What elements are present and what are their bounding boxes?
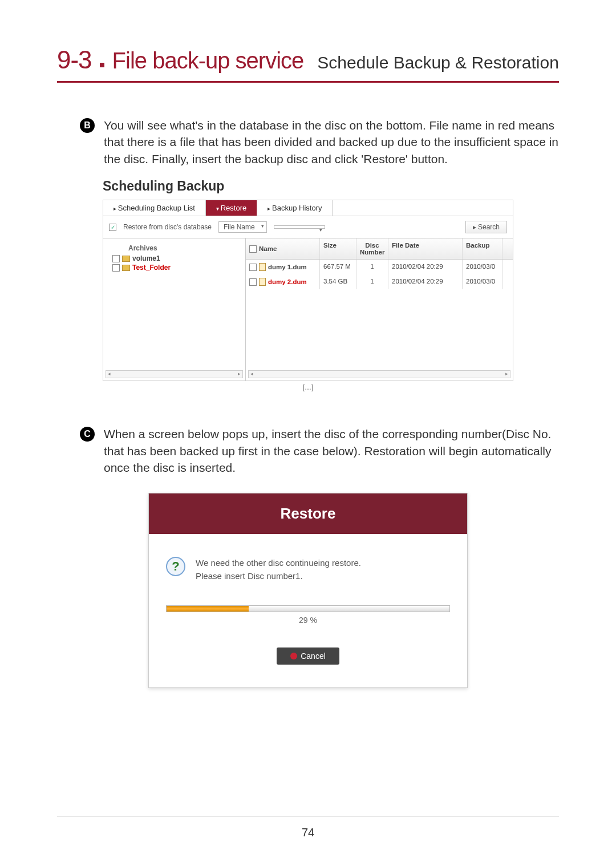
restore-dialog: Restore ? We need the other disc continu… [148,493,468,688]
search-button[interactable]: ▸ Search [465,221,507,233]
bullet-c-text: When a screen below pops up, insert the … [104,426,559,476]
cell-date: 2010/02/04 20:29 [388,274,463,289]
progress-wrap: 29 % [166,605,450,625]
cell-backup: 2010/03/0 [463,260,502,274]
section-number: 9-3 [57,46,92,74]
col-date-header: File Date [388,238,463,259]
cell-size: 3.54 GB [320,274,356,289]
progress-fill [167,606,249,612]
page-title-row: 9-3 File back-up service Schedule Backup… [57,46,559,83]
content-split: Archives volume1 Test_Folder ◂▸ Name Siz… [103,238,513,381]
col-backup-header: Backup [463,238,502,259]
filter-field-select[interactable]: File Name [218,221,267,233]
tree-item-test-folder[interactable]: Test_Folder [112,264,241,272]
tab-scheduling-list-label: Scheduling Backup List [118,204,195,212]
folder-icon [122,256,130,262]
bullet-c: C When a screen below pops up, insert th… [80,426,559,476]
table-header: Name Size Disc Number File Date Backup [246,238,513,260]
filter-row: Restore from disc's database File Name ▸… [103,216,513,238]
tree-pane: Archives volume1 Test_Folder ◂▸ [103,238,246,381]
search-button-label: Search [478,223,500,231]
row-checkbox[interactable] [249,264,257,271]
cancel-button[interactable]: Cancel [277,647,339,665]
restore-db-checkbox[interactable] [109,224,116,231]
table-scrollbar[interactable]: ◂▸ [248,370,510,378]
file-icon [259,263,266,271]
col-name-header: Name [259,245,277,252]
cell-backup: 2010/03/0 [463,274,502,289]
cell-name: dumy 2.dum [268,278,307,285]
restore-msg-line2: Please insert Disc number1. [196,570,361,583]
row-checkbox[interactable] [249,278,257,286]
cell-disc: 1 [356,274,388,289]
bullet-b-text: You will see what's in the database in t… [104,117,559,167]
tree-item-label: Test_Folder [132,264,171,272]
restore-db-label: Restore from disc's database [123,223,212,231]
cell-size: 667.57 M [320,260,356,274]
cell-name: dumy 1.dum [268,264,307,270]
table-row[interactable]: dumy 1.dum 667.57 M 1 2010/02/04 20:29 2… [246,260,513,274]
tab-restore-label: Restore [221,204,247,212]
col-size-header: Size [320,238,356,259]
restore-msg-line1: We need the other disc continueing resto… [196,557,361,570]
title-sub: Schedule Backup & Restoration [317,53,559,72]
page-number: 74 [302,826,314,839]
tree-header: Archives [128,244,241,252]
bullet-b: B You will see what's in the database in… [80,117,559,167]
app-title: Scheduling Backup [103,179,513,194]
section-dot [100,63,104,67]
tree-item-label: volume1 [132,254,160,262]
tab-restore[interactable]: Restore [206,200,257,216]
question-icon: ? [166,557,185,576]
progress-bar [166,605,450,612]
table-pane: Name Size Disc Number File Date Backup d… [246,238,513,381]
pager[interactable]: […] [103,383,513,391]
cell-disc: 1 [356,260,388,274]
title-main: File back-up service [112,48,304,74]
restore-message: We need the other disc continueing resto… [196,557,361,582]
tab-backup-history[interactable]: Backup History [257,200,333,216]
scheduling-backup-screenshot: Scheduling Backup Scheduling Backup List… [103,179,513,391]
tabs-row: Scheduling Backup List Restore Backup Hi… [103,200,513,216]
filter-value-select[interactable] [274,225,325,229]
tree-scrollbar[interactable]: ◂▸ [106,370,243,378]
tree-checkbox[interactable] [112,264,120,272]
select-all-checkbox[interactable] [249,245,257,253]
restore-message-row: ? We need the other disc continueing res… [166,557,450,582]
bullet-c-letter: C [80,427,95,442]
restore-dialog-title: Restore [149,493,467,534]
tree-item-volume1[interactable]: volume1 [112,254,241,262]
bullet-b-letter: B [80,118,95,133]
tab-scheduling-list[interactable]: Scheduling Backup List [103,200,206,216]
folder-icon [122,265,130,271]
footer-divider [57,816,559,816]
progress-label: 29 % [166,616,450,625]
col-disc-header: Disc Number [356,238,388,259]
table-row[interactable]: dumy 2.dum 3.54 GB 1 2010/02/04 20:29 20… [246,274,513,289]
tree-checkbox[interactable] [112,255,120,262]
tab-backup-history-label: Backup History [272,204,322,212]
cancel-button-label: Cancel [301,651,326,661]
cell-date: 2010/02/04 20:29 [388,260,463,274]
file-icon [259,278,266,286]
